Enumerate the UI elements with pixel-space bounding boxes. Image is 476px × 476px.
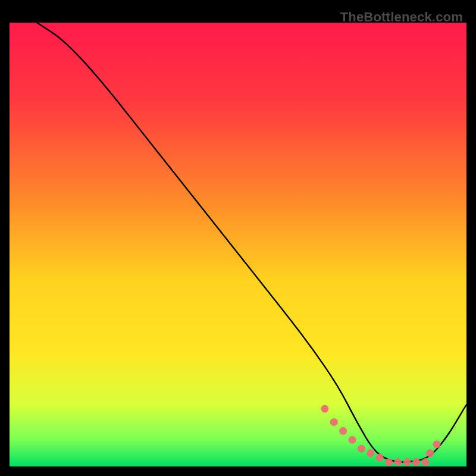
bottleneck-chart bbox=[10, 23, 466, 466]
marker-dot bbox=[349, 436, 356, 444]
gradient-background bbox=[10, 23, 466, 466]
watermark-text: TheBottleneck.com bbox=[340, 10, 463, 25]
marker-dot bbox=[403, 458, 411, 466]
marker-dot bbox=[385, 458, 393, 466]
marker-dot bbox=[367, 449, 374, 457]
marker-dot bbox=[339, 427, 347, 435]
marker-dot bbox=[412, 458, 420, 466]
marker-dot bbox=[426, 449, 434, 457]
marker-dot bbox=[421, 458, 429, 466]
marker-dot bbox=[394, 458, 402, 466]
marker-dot bbox=[376, 454, 384, 462]
marker-dot bbox=[321, 405, 328, 413]
marker-dot bbox=[330, 418, 338, 426]
marker-dot bbox=[358, 445, 365, 453]
chart-frame: TheBottleneck.com bbox=[10, 10, 466, 466]
marker-dot bbox=[433, 440, 441, 448]
